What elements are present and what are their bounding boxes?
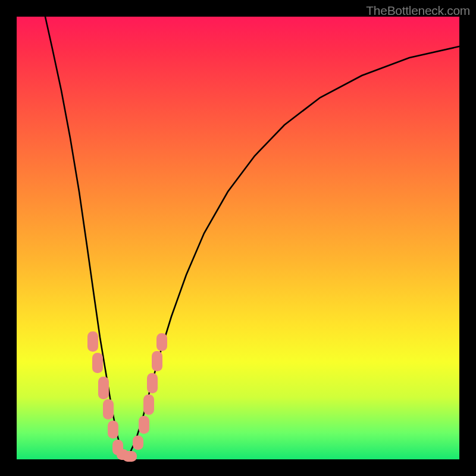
plot-area [17, 17, 459, 459]
marker-point [133, 436, 143, 450]
watermark-text: TheBottleneck.com [366, 4, 470, 18]
marker-point [143, 394, 154, 415]
marker-point [147, 373, 158, 393]
marker-point [92, 353, 103, 373]
marker-point [103, 399, 114, 419]
marker-point [87, 331, 98, 352]
marker-point [156, 333, 167, 351]
marker-point [139, 416, 149, 434]
marker-point [123, 451, 137, 462]
highlighted-points [87, 331, 167, 462]
chart-frame: TheBottleneck.com [0, 0, 476, 476]
marker-point [108, 421, 118, 439]
marker-point [152, 351, 162, 371]
curve-layer [17, 17, 459, 459]
marker-point [98, 377, 109, 399]
